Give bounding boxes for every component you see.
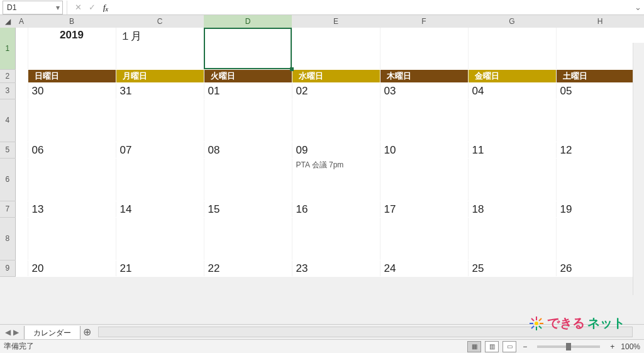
date-cell[interactable]: 14 bbox=[116, 201, 204, 217]
zoom-out-icon[interactable]: − bbox=[520, 342, 530, 351]
day-header[interactable]: 日曜日 bbox=[28, 69, 116, 82]
date-cell[interactable]: 13 bbox=[28, 201, 116, 217]
date-cell[interactable]: 08 bbox=[204, 142, 292, 158]
event-cell[interactable] bbox=[116, 99, 204, 142]
date-cell[interactable]: 05 bbox=[556, 82, 644, 99]
event-cell[interactable] bbox=[204, 99, 292, 142]
sheet-tab-active[interactable]: カレンダー bbox=[24, 326, 80, 339]
view-page-break-icon[interactable]: ▭ bbox=[502, 341, 516, 352]
date-cell[interactable]: 20 bbox=[28, 260, 116, 276]
sheet-nav[interactable]: ◀ ▶ bbox=[0, 325, 24, 339]
date-cell[interactable]: 19 bbox=[556, 201, 644, 217]
date-cell[interactable]: 06 bbox=[28, 142, 116, 158]
column-header-row[interactable]: ◢ A B C D E F G H bbox=[0, 15, 644, 28]
date-cell[interactable]: 15 bbox=[204, 201, 292, 217]
date-cell[interactable]: 23 bbox=[292, 260, 380, 276]
date-cell[interactable]: 11 bbox=[468, 142, 556, 158]
zoom-slider[interactable] bbox=[537, 345, 600, 348]
cell-d1-selected[interactable] bbox=[204, 28, 292, 69]
date-cell[interactable]: 31 bbox=[116, 82, 204, 99]
date-cell[interactable]: 12 bbox=[556, 142, 644, 158]
event-cell[interactable] bbox=[468, 158, 556, 201]
sheet-nav-prev-icon[interactable]: ◀ bbox=[5, 328, 11, 337]
view-normal-icon[interactable]: ▦ bbox=[467, 341, 481, 352]
event-cell[interactable] bbox=[204, 217, 292, 260]
col-header[interactable]: G bbox=[468, 15, 556, 28]
event-cell[interactable] bbox=[28, 217, 116, 260]
event-cell[interactable] bbox=[468, 99, 556, 142]
event-cell[interactable] bbox=[380, 99, 468, 142]
event-cell[interactable] bbox=[468, 217, 556, 260]
event-cell[interactable] bbox=[28, 158, 116, 201]
date-cell[interactable]: 26 bbox=[556, 260, 644, 276]
row-header[interactable]: 9 bbox=[0, 260, 15, 276]
day-header[interactable]: 木曜日 bbox=[380, 69, 468, 82]
row-header[interactable]: 3 bbox=[0, 82, 15, 99]
event-cell[interactable] bbox=[292, 217, 380, 260]
day-header[interactable]: 火曜日 bbox=[204, 69, 292, 82]
date-cell[interactable]: 25 bbox=[468, 260, 556, 276]
calendar-year[interactable]: 2019 bbox=[28, 28, 116, 69]
event-cell[interactable]: PTA 会議 7pm bbox=[292, 158, 380, 201]
col-header[interactable]: E bbox=[292, 15, 380, 28]
cell[interactable] bbox=[556, 28, 644, 69]
col-header[interactable]: A bbox=[15, 15, 28, 28]
date-cell[interactable]: 30 bbox=[28, 82, 116, 99]
calendar-month[interactable]: １月 bbox=[116, 28, 204, 69]
horizontal-scrollbar[interactable] bbox=[98, 327, 633, 337]
view-page-layout-icon[interactable]: ▥ bbox=[485, 341, 499, 352]
event-cell[interactable] bbox=[116, 217, 204, 260]
col-header-selected[interactable]: D bbox=[204, 15, 292, 28]
event-cell[interactable] bbox=[116, 158, 204, 201]
date-cell[interactable]: 03 bbox=[380, 82, 468, 99]
date-cell[interactable]: 22 bbox=[204, 260, 292, 276]
event-cell[interactable] bbox=[292, 99, 380, 142]
zoom-in-icon[interactable]: + bbox=[608, 342, 617, 351]
cell[interactable] bbox=[468, 28, 556, 69]
cell[interactable] bbox=[15, 99, 28, 142]
row-header[interactable]: 6 bbox=[0, 158, 15, 201]
col-header[interactable]: F bbox=[380, 15, 468, 28]
worksheet-area[interactable]: ◢ A B C D E F G H 1 2019 １月 bbox=[0, 15, 644, 324]
day-header[interactable]: 土曜日 bbox=[556, 69, 644, 82]
cell[interactable] bbox=[15, 158, 28, 201]
row-header[interactable]: 4 bbox=[0, 99, 15, 142]
col-header[interactable]: H bbox=[556, 15, 644, 28]
col-header[interactable]: C bbox=[116, 15, 204, 28]
grid[interactable]: ◢ A B C D E F G H 1 2019 １月 bbox=[0, 15, 644, 277]
date-cell[interactable]: 17 bbox=[380, 201, 468, 217]
date-cell[interactable]: 10 bbox=[380, 142, 468, 158]
event-cell[interactable] bbox=[380, 217, 468, 260]
day-header[interactable]: 金曜日 bbox=[468, 69, 556, 82]
row-header[interactable]: 7 bbox=[0, 201, 15, 217]
event-cell[interactable] bbox=[204, 158, 292, 201]
date-cell[interactable]: 04 bbox=[468, 82, 556, 99]
cell[interactable] bbox=[15, 217, 28, 260]
event-cell[interactable] bbox=[556, 99, 644, 142]
cell[interactable] bbox=[15, 201, 28, 217]
cell[interactable] bbox=[15, 260, 28, 276]
day-header[interactable]: 水曜日 bbox=[292, 69, 380, 82]
sheet-nav-next-icon[interactable]: ▶ bbox=[13, 328, 19, 337]
event-cell[interactable] bbox=[556, 217, 644, 260]
cell[interactable] bbox=[292, 28, 380, 69]
date-cell[interactable]: 09 bbox=[292, 142, 380, 158]
insert-function-icon[interactable] bbox=[99, 1, 113, 14]
cell[interactable] bbox=[15, 28, 28, 69]
date-cell[interactable]: 18 bbox=[468, 201, 556, 217]
vertical-scrollbar[interactable] bbox=[633, 43, 644, 295]
day-header[interactable]: 月曜日 bbox=[116, 69, 204, 82]
name-box-dropdown-icon[interactable]: ▾ bbox=[56, 3, 60, 12]
add-sheet-button[interactable]: ⊕ bbox=[80, 325, 93, 339]
row-header[interactable]: 1 bbox=[0, 28, 15, 69]
row-header[interactable]: 5 bbox=[0, 142, 15, 158]
date-cell[interactable]: 16 bbox=[292, 201, 380, 217]
cell[interactable] bbox=[380, 28, 468, 69]
formula-input[interactable] bbox=[113, 1, 631, 14]
date-cell[interactable]: 01 bbox=[204, 82, 292, 99]
expand-formula-bar-icon[interactable]: ⌄ bbox=[631, 1, 644, 14]
event-cell[interactable] bbox=[28, 99, 116, 142]
zoom-level[interactable]: 100% bbox=[621, 342, 640, 351]
col-header[interactable]: B bbox=[28, 15, 116, 28]
row-header[interactable]: 2 bbox=[0, 69, 15, 82]
